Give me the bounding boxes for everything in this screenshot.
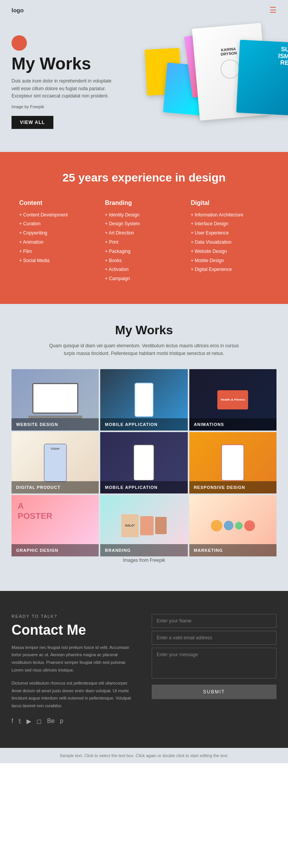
hero-title: My Works xyxy=(12,54,119,73)
menu-icon[interactable]: ☰ xyxy=(270,5,276,15)
column-branding: Branding Identity Design Design System A… xyxy=(101,200,187,285)
list-item: Print xyxy=(105,239,183,246)
list-item: Art Direction xyxy=(105,230,183,236)
footer-note: Sample text. Click to select the text bo… xyxy=(0,748,288,763)
hero-description: Duis aute irure dolor in reprehenderit i… xyxy=(12,78,119,100)
list-item: Data Visualization xyxy=(191,239,269,246)
grid-item-label: GRAPHIC DESIGN xyxy=(12,544,99,556)
view-all-button[interactable]: VIEW ALL xyxy=(12,116,53,129)
list-item: Animation xyxy=(19,239,97,246)
list-item: Film xyxy=(19,248,97,255)
col-title-branding: Branding xyxy=(105,200,183,206)
list-item: Interface Design xyxy=(191,221,269,227)
list-item: Books xyxy=(105,257,183,264)
list-item: Copywriting xyxy=(19,230,97,236)
grid-item-label: DIGITAL PRODUCT xyxy=(12,481,99,493)
list-item: User Experience xyxy=(191,230,269,236)
ready-label: READY TO TALK? xyxy=(12,614,136,619)
contact-inner: READY TO TALK? Contact Me Massa tempor n… xyxy=(12,614,276,725)
contact-section: READY TO TALK? Contact Me Massa tempor n… xyxy=(0,591,288,748)
grid-item-branding[interactable]: SOLO° BRANDING xyxy=(100,495,187,556)
hero-image-stack: KARINADRYSON SUISMRE xyxy=(150,26,288,125)
hero-card-2: SUISMRE xyxy=(236,40,288,115)
grid-item-label: WEBSITE DESIGN xyxy=(12,418,99,431)
email-input[interactable] xyxy=(152,631,276,645)
hero-images: KARINADRYSON SUISMRE xyxy=(150,24,288,127)
grid-item-graphic-design[interactable]: APOSTER GRAPHIC DESIGN xyxy=(12,495,99,556)
navbar: logo ☰ xyxy=(0,0,288,20)
list-item: Digital Experience xyxy=(191,266,269,273)
name-input[interactable] xyxy=(152,614,276,628)
pinterest-icon[interactable]: p xyxy=(60,718,63,725)
list-item: Design System xyxy=(105,221,183,227)
list-item: Information Architecture xyxy=(191,212,269,218)
social-icons: f 𝕥 ▶ ◻ Be p xyxy=(12,718,136,725)
experience-section: 25 years experience in design Content Co… xyxy=(0,152,288,304)
grid-item-label: MOBILE APPLICATION xyxy=(100,481,187,493)
list-item: Content Development xyxy=(19,212,97,218)
column-content: Content Content Development Curation Cop… xyxy=(15,200,101,285)
contact-para-2: Dictumst vestibulum rhoncus est pellente… xyxy=(12,680,136,710)
twitter-icon[interactable]: 𝕥 xyxy=(18,718,21,725)
hero-section: My Works Duis aute irure dolor in repreh… xyxy=(0,20,288,152)
grid-item-label: BRANDING xyxy=(100,544,187,556)
col-title-content: Content xyxy=(19,200,97,206)
works-grid: WEBSITE DESIGN MOBILE APPLICATION Health… xyxy=(12,369,276,556)
contact-form: SUBMIT xyxy=(152,614,276,699)
message-input[interactable] xyxy=(152,648,276,678)
list-item: Packaging xyxy=(105,248,183,255)
contact-para-1: Massa tempor nec feugiat nisl pretium fu… xyxy=(12,644,136,674)
hero-image-credit: Image by Freepik xyxy=(12,104,119,111)
works-description: Quam quisque id diam vel quam elementum.… xyxy=(48,342,240,358)
grid-item-mobile-application-1[interactable]: MOBILE APPLICATION xyxy=(100,369,187,431)
contact-title: Contact Me xyxy=(12,622,136,638)
list-item: Mobile Design xyxy=(191,257,269,264)
grid-item-label: MARKETING xyxy=(189,544,276,556)
images-credit: Images from Freepik xyxy=(48,556,240,564)
grid-item-marketing[interactable]: MARKETING xyxy=(189,495,276,556)
list-item: Campaign xyxy=(105,276,183,282)
branding-list: Identity Design Design System Art Direct… xyxy=(105,212,183,282)
list-item: Identity Design xyxy=(105,212,183,218)
instagram-icon[interactable]: ◻ xyxy=(36,718,41,725)
grid-item-website-design[interactable]: WEBSITE DESIGN xyxy=(12,369,99,431)
facebook-icon[interactable]: f xyxy=(12,718,13,725)
list-item: Activation xyxy=(105,266,183,273)
list-item: Website Design xyxy=(191,248,269,255)
experience-headline: 25 years experience in design xyxy=(15,171,273,184)
grid-item-label: RESPONSIVE DESIGN xyxy=(189,481,276,493)
works-section: My Works Quam quisque id diam vel quam e… xyxy=(0,304,288,591)
grid-item-animations[interactable]: Health & Fitness ANIMATIONS xyxy=(189,369,276,431)
hero-dot xyxy=(12,35,27,51)
digital-list: Information Architecture Interface Desig… xyxy=(191,212,269,273)
experience-columns: Content Content Development Curation Cop… xyxy=(15,200,273,285)
col-title-digital: Digital xyxy=(191,200,269,206)
youtube-icon[interactable]: ▶ xyxy=(26,718,31,725)
behance-icon[interactable]: Be xyxy=(47,718,55,725)
grid-item-responsive-design[interactable]: RESPONSIVE DESIGN xyxy=(189,432,276,493)
grid-item-label: ANIMATIONS xyxy=(189,418,276,431)
contact-left: READY TO TALK? Contact Me Massa tempor n… xyxy=(12,614,136,725)
content-list: Content Development Curation Copywriting… xyxy=(19,212,97,264)
list-item: Social Media xyxy=(19,257,97,264)
logo: logo xyxy=(12,7,24,13)
hero-content: My Works Duis aute irure dolor in repreh… xyxy=(12,35,119,129)
grid-item-digital-product[interactable]: TODAY DIGITAL PRODUCT xyxy=(12,432,99,493)
list-item: Curation xyxy=(19,221,97,227)
grid-item-mobile-application-2[interactable]: MOBILE APPLICATION xyxy=(100,432,187,493)
works-title: My Works xyxy=(12,323,276,337)
submit-button[interactable]: SUBMIT xyxy=(152,685,276,699)
column-digital: Digital Information Architecture Interfa… xyxy=(187,200,273,285)
grid-item-label: MOBILE APPLICATION xyxy=(100,418,187,431)
